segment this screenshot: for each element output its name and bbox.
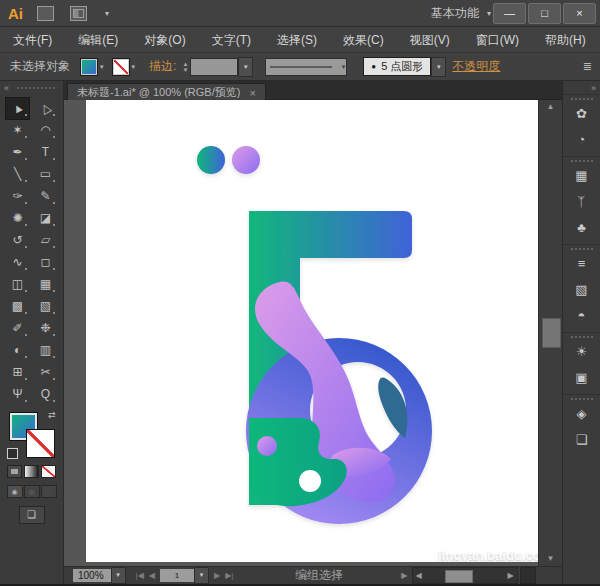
brushes-panel-icon[interactable]: ᛉ <box>563 189 600 215</box>
pen-tool[interactable]: ✒ <box>6 142 29 163</box>
control-panel-menu-icon[interactable]: ≣ <box>583 60 592 73</box>
tools-drag-handle[interactable] <box>17 87 55 89</box>
stroke-color-chip[interactable] <box>112 58 130 76</box>
workspace-caret-icon[interactable]: ▾ <box>487 9 491 18</box>
zoom-caret-icon[interactable]: ▾ <box>111 567 126 584</box>
gradient-tool[interactable]: ▧ <box>34 296 57 317</box>
draw-normal-button[interactable]: ◉ <box>7 485 23 498</box>
panel-group-drag-handle[interactable] <box>571 336 593 338</box>
draw-inside-button[interactable]: ◌ <box>41 485 57 498</box>
menu-item-help[interactable]: 帮助(H) <box>532 27 599 53</box>
dock-expand-icon[interactable]: » <box>591 83 596 93</box>
eyedropper-tool[interactable]: ✐ <box>6 318 29 339</box>
scroll-left-icon[interactable]: ◀ <box>413 571 425 580</box>
swap-fill-stroke-icon[interactable]: ⇄ <box>48 410 56 420</box>
rotate-tool[interactable]: ↺ <box>6 230 29 251</box>
scroll-down-icon[interactable]: ▼ <box>539 552 562 566</box>
arrange-documents-icon[interactable] <box>70 6 87 21</box>
screen-mode-button[interactable]: ❏ <box>19 506 45 524</box>
bridge-icon[interactable] <box>37 6 54 21</box>
menu-item-view[interactable]: 视图(V) <box>397 27 463 53</box>
width-tool[interactable]: ∿ <box>6 252 29 273</box>
brush-definition-caret[interactable]: ▾ <box>431 57 446 77</box>
opacity-label[interactable]: 不透明度 <box>452 58 500 75</box>
last-artboard-icon[interactable]: ▶| <box>225 571 233 580</box>
brush-definition-dropdown[interactable]: ● 5 点圆形 <box>363 57 431 76</box>
panel-group-drag-handle[interactable] <box>571 398 593 400</box>
panel-group-drag-handle[interactable] <box>571 98 593 100</box>
graphic-styles-panel-icon[interactable]: ▣ <box>563 365 600 391</box>
close-button[interactable]: × <box>563 3 596 24</box>
menu-item-edit[interactable]: 编辑(E) <box>65 27 131 53</box>
panel-group-drag-handle[interactable] <box>571 248 593 250</box>
status-popup-icon[interactable]: ▶ <box>401 571 407 580</box>
horizontal-scrollbar[interactable]: ◀ ▶ <box>412 567 518 584</box>
perspective-grid-tool[interactable]: ▦ <box>34 274 57 295</box>
mesh-tool[interactable]: ▩ <box>6 296 29 317</box>
magic-wand-tool[interactable]: ✶ <box>6 120 29 141</box>
draw-behind-button[interactable]: ◎ <box>24 485 40 498</box>
artboard-number-control[interactable]: 1 ▾ <box>160 567 209 584</box>
menu-item-effect[interactable]: 效果(C) <box>330 27 397 53</box>
shape-builder-tool[interactable]: ◫ <box>6 274 29 295</box>
stroke-label[interactable]: 描边: <box>149 58 176 75</box>
document-tab[interactable]: 未标题-1.ai* @ 100% (RGB/预览) × <box>67 83 266 101</box>
menu-item-type[interactable]: 文字(T) <box>199 27 264 53</box>
blend-tool[interactable]: ◐ <box>6 340 29 361</box>
swatches-panel-icon[interactable]: ▦ <box>563 163 600 189</box>
appearance-panel-icon[interactable]: ☀ <box>563 339 600 365</box>
transparency-panel-icon[interactable]: ◓ <box>563 303 600 329</box>
column-graph-tool[interactable]: ▥ <box>34 340 57 361</box>
layers-panel-icon[interactable]: ◈ <box>563 401 600 427</box>
tools-collapse-icon[interactable]: « <box>4 83 9 93</box>
hand-tool[interactable]: Ψ <box>6 384 29 405</box>
stroke-panel-icon[interactable]: ≡ <box>563 251 600 277</box>
minimize-button[interactable]: — <box>493 3 526 24</box>
width-profile-dropdown[interactable]: ▾ <box>265 58 347 76</box>
none-button[interactable] <box>41 465 56 478</box>
tab-close-icon[interactable]: × <box>249 87 255 99</box>
zoom-value[interactable]: 100% <box>73 569 111 582</box>
type-tool[interactable]: T <box>34 142 57 163</box>
pencil-tool[interactable]: ✎ <box>34 186 57 207</box>
menu-item-select[interactable]: 选择(S) <box>264 27 330 53</box>
vertical-scrollbar[interactable]: ▲ ▼ <box>538 100 562 566</box>
menu-item-object[interactable]: 对象(O) <box>131 27 198 53</box>
canvas-area[interactable]: jingyan.baidu.com ▲ ▼ <box>64 100 562 566</box>
selection-tool[interactable]: ▲ <box>6 98 29 119</box>
line-segment-tool[interactable]: ╲ <box>6 164 29 185</box>
symbols-panel-icon[interactable]: ♣ <box>563 215 600 241</box>
color-panel-icon[interactable]: ✿ <box>563 101 600 127</box>
stroke-weight-caret[interactable]: ▾ <box>238 57 253 77</box>
blob-brush-tool[interactable]: ✺ <box>6 208 29 229</box>
menu-item-file[interactable]: 文件(F) <box>0 27 65 53</box>
prev-artboard-icon[interactable]: ◀ <box>149 571 155 580</box>
scroll-right-icon[interactable]: ▶ <box>505 571 517 580</box>
arrange-documents-caret-icon[interactable]: ▾ <box>105 9 109 18</box>
stroke-none-swatch[interactable] <box>26 429 55 458</box>
workspace-switcher[interactable]: 基本功能 <box>431 5 479 22</box>
stroke-weight-stepper[interactable]: ▲ ▼ <box>182 61 188 73</box>
artboards-panel-icon[interactable]: ❏ <box>563 427 600 453</box>
free-transform-tool[interactable]: ◻ <box>34 252 57 273</box>
dot-green-blue[interactable] <box>197 146 225 174</box>
dot-pink-purple[interactable] <box>232 146 260 174</box>
next-artboard-icon[interactable]: ▶ <box>214 571 220 580</box>
zoom-tool[interactable]: Q <box>34 384 57 405</box>
fill-color-chip[interactable] <box>80 58 98 76</box>
menu-item-window[interactable]: 窗口(W) <box>463 27 532 53</box>
artboard-tool[interactable]: ⊞ <box>6 362 29 383</box>
scale-tool[interactable]: ▱ <box>34 230 57 251</box>
gradient-button[interactable] <box>24 465 39 478</box>
artwork-number-5[interactable] <box>86 100 538 562</box>
artboard-number-value[interactable]: 1 <box>160 569 194 582</box>
stroke-color-caret-icon[interactable]: ▾ <box>132 63 136 71</box>
rectangle-tool[interactable]: ▭ <box>34 164 57 185</box>
eraser-tool[interactable]: ◪ <box>34 208 57 229</box>
resize-grip[interactable] <box>520 567 536 584</box>
color-guide-panel-icon[interactable]: ◔ <box>563 127 600 153</box>
symbol-sprayer-tool[interactable]: ❉ <box>34 318 57 339</box>
stepper-down-icon[interactable]: ▼ <box>182 67 188 73</box>
stroke-weight-field[interactable] <box>190 58 238 76</box>
direct-selection-tool[interactable]: △ <box>34 98 57 119</box>
